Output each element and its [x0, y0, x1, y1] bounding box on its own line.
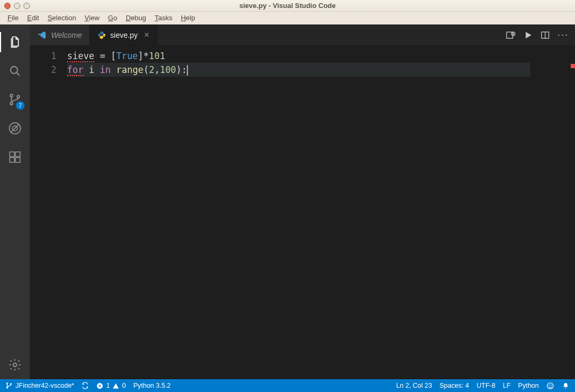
python-interactive-icon[interactable]: [505, 30, 516, 40]
svg-point-18: [10, 383, 11, 385]
scm-badge: 7: [16, 101, 24, 110]
svg-point-0: [11, 67, 18, 74]
status-problems[interactable]: 1 0: [96, 382, 126, 389]
status-indentation[interactable]: Spaces: 4: [439, 382, 469, 389]
window-controls: [0, 3, 34, 9]
tab-sieve[interactable]: sieve.py ✕: [90, 24, 158, 45]
code-line[interactable]: for i in range(2,100):: [67, 63, 530, 77]
menubar: File Edit Selection View Go Debug Tasks …: [0, 12, 575, 24]
svg-point-21: [549, 385, 549, 385]
bell-icon: [562, 382, 570, 390]
split-editor-button[interactable]: [540, 30, 550, 40]
window-maximize-button[interactable]: [23, 3, 30, 9]
status-eol[interactable]: LF: [503, 382, 511, 389]
editor-actions: ···: [499, 24, 575, 45]
tab-close-button[interactable]: ✕: [142, 31, 150, 39]
gear-icon: [8, 358, 22, 372]
line-number: 2: [30, 63, 56, 77]
svg-point-4: [17, 95, 20, 98]
svg-point-11: [13, 363, 17, 367]
activity-bar: 7: [0, 24, 30, 379]
svg-point-2: [10, 94, 13, 97]
code-line[interactable]: sieve = [True]*101: [67, 49, 530, 63]
activity-explorer[interactable]: [0, 28, 30, 56]
extensions-icon: [8, 150, 22, 164]
status-python-version[interactable]: Python 3.5.2: [133, 382, 170, 389]
smiley-icon: [546, 382, 554, 390]
warning-icon: [112, 382, 119, 389]
menu-view[interactable]: View: [80, 13, 104, 23]
svg-rect-10: [15, 158, 20, 162]
bug-disabled-icon: [7, 121, 22, 136]
svg-point-17: [6, 387, 7, 388]
menu-selection[interactable]: Selection: [43, 13, 80, 23]
code-editor[interactable]: 1 2 sieve = [True]*101 for i in range(2,…: [30, 46, 575, 379]
status-language[interactable]: Python: [518, 382, 539, 389]
tab-bar: Welcome sieve.py ✕: [30, 24, 575, 46]
status-encoding[interactable]: UTF-8: [477, 382, 495, 389]
menu-edit[interactable]: Edit: [23, 13, 43, 23]
sync-icon: [81, 382, 89, 389]
status-bar: JFincher42-vscode* 1 0 Python 3.5.2 Ln 2…: [0, 379, 575, 392]
menu-debug[interactable]: Debug: [121, 13, 150, 23]
svg-line-1: [17, 72, 19, 75]
python-icon: [97, 31, 106, 39]
tab-welcome[interactable]: Welcome: [30, 24, 90, 45]
vscode-icon: [37, 30, 47, 40]
menu-help[interactable]: Help: [177, 13, 200, 23]
svg-line-6: [11, 124, 19, 133]
line-number-gutter: 1 2: [30, 46, 67, 379]
status-sync[interactable]: [81, 382, 89, 389]
svg-rect-8: [15, 152, 20, 157]
tab-sieve-label: sieve.py: [110, 31, 137, 39]
text-cursor: [187, 65, 187, 76]
menu-go[interactable]: Go: [104, 13, 121, 23]
line-number: 1: [30, 49, 56, 63]
menu-tasks[interactable]: Tasks: [150, 13, 176, 23]
window-title: sieve.py - Visual Studio Code: [0, 2, 575, 10]
svg-point-16: [6, 383, 7, 384]
status-feedback[interactable]: [546, 382, 554, 390]
menu-file[interactable]: File: [3, 13, 23, 23]
svg-point-22: [551, 385, 552, 385]
window-close-button[interactable]: [4, 3, 11, 9]
activity-settings[interactable]: [0, 350, 30, 379]
overview-error-marker[interactable]: [571, 64, 575, 68]
activity-search[interactable]: [0, 56, 30, 85]
status-git-branch[interactable]: JFincher42-vscode*: [5, 382, 74, 389]
search-icon: [8, 64, 22, 78]
more-actions-button[interactable]: ···: [557, 29, 569, 40]
svg-rect-9: [10, 158, 14, 162]
svg-point-20: [547, 382, 553, 388]
run-button[interactable]: [523, 30, 533, 40]
minimap[interactable]: [530, 46, 568, 379]
svg-rect-7: [10, 152, 14, 157]
status-cursor-position[interactable]: Ln 2, Col 23: [396, 382, 432, 389]
error-icon: [96, 382, 103, 389]
activity-extensions[interactable]: [0, 143, 30, 172]
os-titlebar: sieve.py - Visual Studio Code: [0, 0, 575, 12]
status-notifications[interactable]: [562, 382, 570, 390]
window-minimize-button[interactable]: [14, 3, 20, 9]
tab-welcome-label: Welcome: [51, 31, 82, 39]
git-branch-icon: [5, 382, 13, 389]
files-icon: [8, 35, 22, 49]
overview-ruler[interactable]: [568, 46, 575, 379]
activity-debug[interactable]: [0, 114, 30, 143]
svg-point-3: [10, 102, 13, 105]
code-content[interactable]: sieve = [True]*101 for i in range(2,100)…: [67, 46, 530, 379]
activity-scm[interactable]: 7: [0, 85, 30, 114]
